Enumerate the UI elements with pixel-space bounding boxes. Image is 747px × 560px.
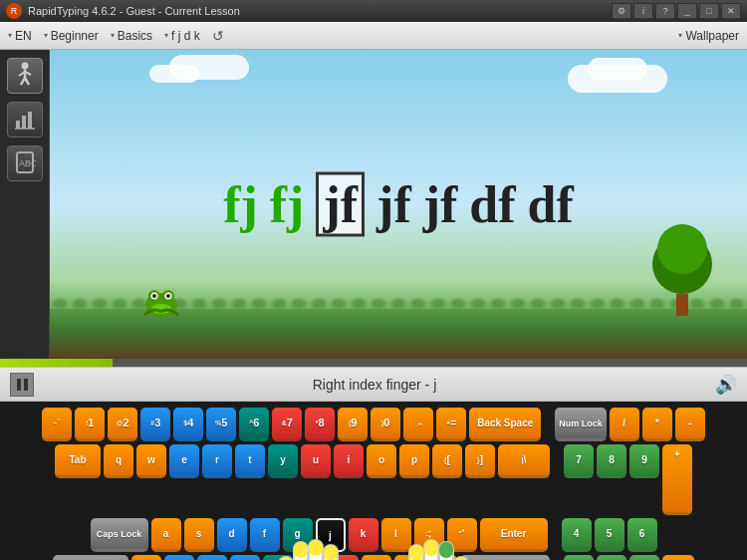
- key-backslash[interactable]: |\: [498, 444, 550, 478]
- key-u[interactable]: u: [301, 444, 331, 478]
- sidebar-item-abc[interactable]: ABC: [7, 145, 43, 181]
- keyboard-row-zxcv: Shift z x c v b n m <, >. ?/ Shift 1 2 3…: [4, 555, 743, 560]
- key-4[interactable]: $4: [173, 408, 203, 441]
- key-num-6[interactable]: 6: [627, 518, 657, 552]
- sidebar-item-walk[interactable]: [7, 58, 43, 94]
- progress-bar: [0, 359, 113, 367]
- key-backtick[interactable]: ~`: [42, 408, 72, 441]
- key-num-1[interactable]: 1: [564, 555, 594, 560]
- settings-icon[interactable]: ⚙: [612, 3, 631, 19]
- chart-icon: [14, 109, 36, 131]
- key-rbracket[interactable]: }]: [465, 444, 495, 478]
- key-num-enter[interactable]: Enter: [662, 555, 693, 560]
- key-m[interactable]: m: [329, 555, 359, 560]
- key-i[interactable]: i: [334, 444, 364, 478]
- key-num-mul[interactable]: *: [642, 408, 672, 441]
- key-f[interactable]: f: [250, 518, 280, 552]
- refresh-button[interactable]: ↺: [212, 28, 224, 44]
- key-equals[interactable]: +=: [436, 408, 466, 441]
- key-2[interactable]: @2: [108, 408, 137, 441]
- key-b[interactable]: b: [263, 555, 293, 560]
- key-comma[interactable]: <,: [362, 555, 391, 560]
- key-t[interactable]: t: [235, 444, 265, 478]
- key-semicolon[interactable]: :;: [414, 518, 444, 552]
- key-shift-right[interactable]: Shift: [460, 555, 550, 560]
- sidebar-item-chart[interactable]: [7, 102, 43, 138]
- key-5[interactable]: %5: [206, 408, 236, 441]
- svg-point-17: [152, 294, 156, 298]
- key-period[interactable]: >.: [394, 555, 424, 560]
- key-e[interactable]: e: [169, 444, 199, 478]
- key-d[interactable]: d: [217, 518, 247, 552]
- key-num-5[interactable]: 5: [595, 518, 624, 552]
- lesson-area: fj fj jf jf jf df df: [50, 50, 747, 359]
- key-a[interactable]: a: [151, 518, 181, 552]
- key-x[interactable]: x: [164, 555, 194, 560]
- key-shift-left[interactable]: Shift: [53, 555, 128, 560]
- cloud-4: [149, 65, 199, 83]
- key-backspace[interactable]: Back Space: [469, 408, 541, 441]
- key-c[interactable]: c: [197, 555, 227, 560]
- key-slash[interactable]: ?/: [427, 555, 457, 560]
- key-tab[interactable]: Tab: [55, 444, 101, 478]
- key-1[interactable]: !1: [75, 408, 105, 441]
- key-num-8[interactable]: 8: [597, 444, 626, 478]
- key-capslock[interactable]: Caps Lock: [91, 518, 148, 552]
- tree-top: [652, 234, 712, 294]
- key-l[interactable]: l: [381, 518, 411, 552]
- svg-rect-8: [28, 112, 32, 129]
- key-minus[interactable]: _-: [403, 408, 433, 441]
- volume-button[interactable]: 🔊: [715, 374, 737, 396]
- key-r[interactable]: r: [202, 444, 232, 478]
- key-8[interactable]: *8: [305, 408, 335, 441]
- maximize-button[interactable]: □: [699, 3, 719, 19]
- key-k[interactable]: k: [349, 518, 378, 552]
- key-num-7[interactable]: 7: [564, 444, 594, 478]
- key-num-div[interactable]: /: [610, 408, 639, 441]
- char-fj-2: fj: [270, 175, 305, 234]
- level-menu[interactable]: ▾ Beginner: [44, 29, 99, 43]
- progress-area: [0, 359, 747, 367]
- key-num-2[interactable]: 2: [597, 555, 626, 560]
- key-num-3[interactable]: 3: [629, 555, 659, 560]
- window-controls[interactable]: ⚙ i ? _ □ ✕: [612, 3, 741, 19]
- category-menu[interactable]: ▾ Basics: [111, 29, 152, 43]
- key-v[interactable]: v: [230, 555, 260, 560]
- key-7[interactable]: &7: [272, 408, 302, 441]
- key-3[interactable]: #3: [140, 408, 170, 441]
- svg-text:ABC: ABC: [19, 158, 36, 168]
- key-lbracket[interactable]: {[: [432, 444, 462, 478]
- key-p[interactable]: p: [399, 444, 429, 478]
- keyboard-row-asdf: Caps Lock a s d f g j k l :; "' Enter 4 …: [4, 518, 743, 552]
- info-icon[interactable]: i: [633, 3, 653, 19]
- help-icon[interactable]: ?: [655, 3, 675, 19]
- key-6[interactable]: ^6: [239, 408, 269, 441]
- minimize-button[interactable]: _: [677, 3, 697, 19]
- key-9[interactable]: (9: [338, 408, 368, 441]
- key-g[interactable]: g: [283, 518, 313, 552]
- key-q[interactable]: q: [104, 444, 133, 478]
- key-o[interactable]: o: [367, 444, 396, 478]
- key-z[interactable]: z: [131, 555, 161, 560]
- key-num-9[interactable]: 9: [629, 444, 659, 478]
- key-s[interactable]: s: [184, 518, 214, 552]
- pause-button[interactable]: [10, 373, 34, 397]
- key-y[interactable]: y: [268, 444, 298, 478]
- lesson-menu[interactable]: ▾ f j d k: [164, 29, 200, 43]
- key-w[interactable]: w: [136, 444, 166, 478]
- key-num-plus[interactable]: +: [662, 444, 692, 515]
- key-enter[interactable]: Enter: [480, 518, 548, 552]
- key-0[interactable]: )0: [371, 408, 400, 441]
- key-n[interactable]: n: [296, 555, 326, 560]
- key-num-minus[interactable]: -: [675, 408, 705, 441]
- control-bar: Right index finger - j 🔊: [0, 367, 747, 402]
- language-menu[interactable]: ▾ EN: [8, 29, 32, 43]
- wallpaper-label: Wallpaper: [685, 29, 739, 43]
- wallpaper-menu[interactable]: ▾ Wallpaper: [678, 29, 739, 43]
- key-num-4[interactable]: 4: [562, 518, 592, 552]
- key-j-active[interactable]: j: [316, 518, 346, 552]
- key-numlock[interactable]: Num Lock: [555, 408, 607, 441]
- close-button[interactable]: ✕: [721, 3, 741, 19]
- language-label: EN: [15, 29, 32, 43]
- key-quote[interactable]: "': [447, 518, 477, 552]
